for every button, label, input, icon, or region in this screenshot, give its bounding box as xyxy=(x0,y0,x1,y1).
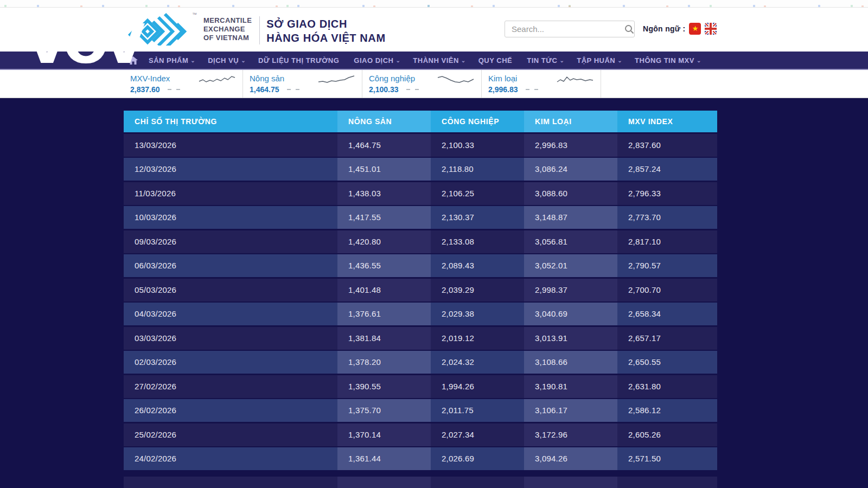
logo-vi-line1: SỞ GIAO DỊCH xyxy=(266,17,385,31)
cell-kim-loai: 3,040.69 xyxy=(524,303,617,325)
sparkline-chart-icon xyxy=(317,75,355,85)
nav-item[interactable]: GIAO DỊCH ⌄ xyxy=(354,56,400,65)
cell-nong-san xyxy=(337,477,431,488)
ticker-value-number: 2,100.33 xyxy=(369,85,399,94)
cell-kim-loai: 3,108.66 xyxy=(524,351,617,374)
ticker-value-number: 2,837.60 xyxy=(130,85,160,94)
cell-nong-san: 1,451.01 xyxy=(337,158,431,181)
language-label: Ngôn ngữ : xyxy=(643,24,685,33)
table-body: 13/03/2026 1,464.75 2,100.33 2,996.83 2,… xyxy=(124,134,717,488)
chevron-down-icon: ⌄ xyxy=(190,57,195,63)
table-row: 10/03/2026 1,417.55 2,130.37 3,148.87 2,… xyxy=(124,206,717,229)
cell-kim-loai: 2,996.83 xyxy=(524,134,617,157)
ticker-item[interactable]: Nông sản 1,464.75 xyxy=(243,70,362,98)
cell-kim-loai: 3,086.24 xyxy=(524,158,617,181)
nav-item-label: GIAO DỊCH xyxy=(354,56,393,65)
cell-date: 13/03/2026 xyxy=(124,134,337,157)
uk-flag-icon[interactable] xyxy=(705,23,717,35)
vietnam-flag-icon[interactable]: ★ xyxy=(689,23,701,35)
cell-date: 09/03/2026 xyxy=(124,230,337,253)
column-header-nong-san: NÔNG SẢN xyxy=(337,111,431,132)
nav-item-label: TẬP HUẤN xyxy=(577,56,615,65)
cell-nong-san: 1,375.70 xyxy=(337,399,431,422)
cell-nong-san: 1,436.55 xyxy=(337,254,431,277)
language-selector: Ngôn ngữ : ★ xyxy=(643,23,717,35)
cell-kim-loai: 3,088.60 xyxy=(524,182,617,205)
nav-item[interactable]: DỊCH VỤ ⌄ xyxy=(208,56,246,65)
logo-en-line1: MERCANTILE xyxy=(203,16,252,25)
mxv-logo[interactable]: ™ MERCANTILE EXCHANGE OF VIETNAM SỞ GIAO… xyxy=(125,12,386,46)
cell-mxv-index: 2,631.80 xyxy=(617,375,717,398)
cell-mxv-index: 2,657.17 xyxy=(617,327,717,350)
nav-item[interactable]: SẢN PHẨM ⌄ xyxy=(149,56,195,65)
ticker-value-number: 2,996.83 xyxy=(488,85,518,94)
cell-mxv-index: 2,790.57 xyxy=(617,254,717,277)
cell-date: 24/02/2026 xyxy=(124,447,337,470)
logo-name-english: MERCANTILE EXCHANGE OF VIETNAM xyxy=(203,16,252,42)
table-header-row: CHỈ SỐ THỊ TRƯỜNG NÔNG SẢN CÔNG NGHIỆP K… xyxy=(124,111,717,132)
cell-kim-loai: 3,190.81 xyxy=(524,375,617,398)
cell-date: 12/03/2026 xyxy=(124,158,337,181)
cell-cong-nghiep: 2,019.12 xyxy=(431,327,524,350)
change-indicator xyxy=(168,89,180,90)
cell-date: 11/03/2026 xyxy=(124,182,337,205)
search-icon[interactable] xyxy=(624,22,634,37)
chevron-down-icon: ⌄ xyxy=(617,57,622,63)
browser-bookmarks-strip xyxy=(0,0,868,8)
cell-cong-nghiep: 2,106.25 xyxy=(431,182,524,205)
page-content: CHỈ SỐ THỊ TRƯỜNG NÔNG SẢN CÔNG NGHIỆP K… xyxy=(0,111,868,488)
cell-mxv-index: 2,650.55 xyxy=(617,351,717,374)
table-row: 25/02/2026 1,370.14 2,027.34 3,172.96 2,… xyxy=(124,423,717,446)
nav-item[interactable]: THÔNG TIN MXV ⌄ xyxy=(635,56,701,65)
cell-cong-nghiep: 2,024.32 xyxy=(431,351,524,374)
table-row: 05/03/2026 1,401.48 2,039.29 2,998.37 2,… xyxy=(124,279,717,301)
cell-nong-san: 1,361.44 xyxy=(337,447,431,470)
cell-date: 04/03/2026 xyxy=(124,303,337,325)
cell-nong-san: 1,378.20 xyxy=(337,351,431,374)
ticker-item[interactable]: Công nghiệp 2,100.33 xyxy=(362,70,482,98)
table-row: 04/03/2026 1,376.61 2,029.38 3,040.69 2,… xyxy=(124,303,717,325)
mxv-logo-icon xyxy=(125,12,191,46)
nav-item-label: TIN TỨC xyxy=(527,56,557,65)
cell-cong-nghiep: 2,027.34 xyxy=(431,423,524,446)
cell-mxv-index: 2,773.70 xyxy=(617,206,717,229)
sparkline-chart-icon xyxy=(437,75,475,85)
cell-date: 03/03/2026 xyxy=(124,327,337,350)
logo-vi-line2: HÀNG HÓA VIỆT NAM xyxy=(266,31,385,45)
cell-kim-loai: 3,106.17 xyxy=(524,399,617,422)
cell-mxv-index: 2,796.33 xyxy=(617,182,717,205)
nav-item-label: QUY CHẾ xyxy=(478,56,513,65)
nav-item[interactable]: TIN TỨC ⌄ xyxy=(527,56,564,65)
nav-item[interactable]: TẬP HUẤN ⌄ xyxy=(577,56,622,65)
cell-cong-nghiep: 2,089.43 xyxy=(431,254,524,277)
nav-item-label: THÔNG TIN MXV xyxy=(635,56,694,65)
cell-mxv-index: 2,817.10 xyxy=(617,230,717,253)
ticker-item[interactable]: Kim loại 2,996.83 xyxy=(482,70,601,98)
cell-cong-nghiep: 2,011.75 xyxy=(431,399,524,422)
cell-kim-loai: 3,094.26 xyxy=(524,447,617,470)
cell-nong-san: 1,464.75 xyxy=(337,134,431,157)
nav-item[interactable]: THÀNH VIÊN ⌄ xyxy=(413,56,465,65)
cell-cong-nghiep: 1,994.26 xyxy=(431,375,524,398)
ticker-item[interactable]: MXV-Index 2,837.60 xyxy=(124,70,243,98)
change-indicator xyxy=(406,89,419,90)
chevron-down-icon: ⌄ xyxy=(559,57,564,63)
home-icon[interactable] xyxy=(129,56,138,65)
ticker-value-number: 1,464.75 xyxy=(250,85,279,94)
nav-item[interactable]: DỮ LIỆU THỊ TRƯỜNG xyxy=(258,56,341,65)
cell-nong-san: 1,390.55 xyxy=(337,375,431,398)
chevron-down-icon: ⌄ xyxy=(395,57,400,63)
logo-name-vietnamese: SỞ GIAO DỊCH HÀNG HÓA VIỆT NAM xyxy=(266,17,385,45)
cell-mxv-index: 2,605.26 xyxy=(617,423,717,446)
ticker-value: 2,837.60 xyxy=(130,85,237,94)
chevron-down-icon: ⌄ xyxy=(697,57,701,63)
cell-cong-nghiep: 2,118.80 xyxy=(431,158,524,181)
cell-date: 10/03/2026 xyxy=(124,206,337,229)
table-row: 09/03/2026 1,420.80 2,133.08 3,056.81 2,… xyxy=(124,230,717,253)
nav-item[interactable]: QUY CHẾ xyxy=(478,56,515,65)
sparkline-chart-icon xyxy=(556,75,594,85)
search-input[interactable] xyxy=(505,24,624,34)
market-index-table: CHỈ SỐ THỊ TRƯỜNG NÔNG SẢN CÔNG NGHIỆP K… xyxy=(124,111,717,488)
cell-nong-san: 1,420.80 xyxy=(337,230,431,253)
column-header-kim-loai: KIM LOẠI xyxy=(524,111,617,132)
